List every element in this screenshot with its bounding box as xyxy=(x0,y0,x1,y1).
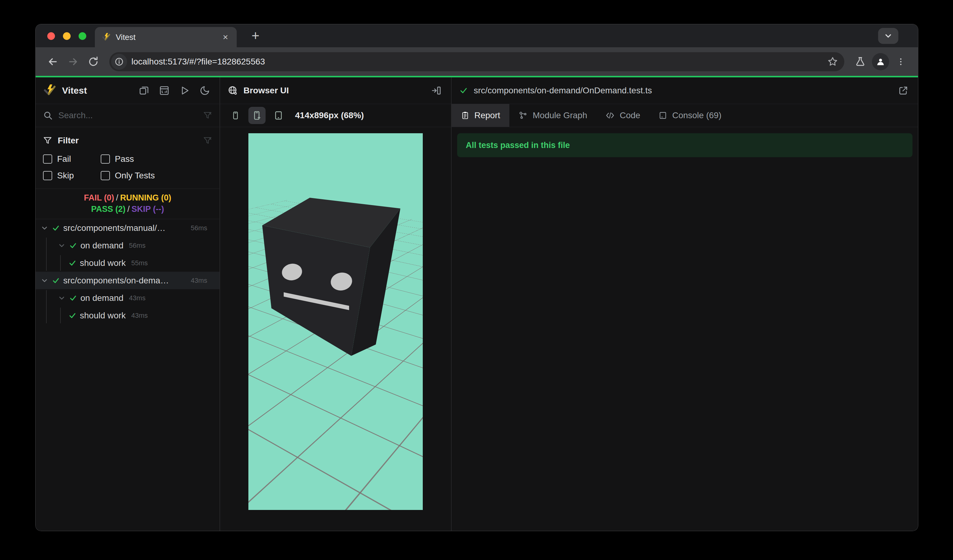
pass-check-icon xyxy=(68,311,77,320)
filter-checkbox-skip[interactable]: Skip xyxy=(43,171,101,180)
tab-code[interactable]: Code xyxy=(596,104,649,127)
chevron-down-icon[interactable] xyxy=(40,277,48,285)
test-viewport-iframe[interactable] xyxy=(248,133,423,510)
funnel-icon xyxy=(43,136,52,145)
chevron-down-icon[interactable] xyxy=(58,242,66,250)
tree-row-suite[interactable]: on demand 43ms xyxy=(36,289,219,307)
chevron-down-icon xyxy=(884,31,893,40)
vitest-favicon xyxy=(102,33,111,42)
indent-guide xyxy=(60,308,61,323)
run-all-icon[interactable] xyxy=(177,83,192,98)
new-tab-button[interactable]: + xyxy=(247,28,264,43)
chevron-down-icon[interactable] xyxy=(40,224,48,232)
pass-check-icon xyxy=(69,241,78,250)
forward-button[interactable] xyxy=(64,53,82,70)
filter-checkbox-fail[interactable]: Fail xyxy=(43,154,101,164)
reload-button[interactable] xyxy=(85,53,102,70)
tab-search-button[interactable] xyxy=(878,28,898,44)
device-phone-plus-button[interactable] xyxy=(248,107,265,124)
browser-ui-header: Browser UI xyxy=(220,78,451,104)
tab-report[interactable]: Report xyxy=(452,104,509,127)
report-header: src/components/on-demand/OnDemand.test.t… xyxy=(452,78,918,104)
code-icon xyxy=(605,111,615,120)
dark-mode-moon-icon[interactable] xyxy=(197,83,212,98)
search-bar[interactable]: Search... xyxy=(36,104,219,127)
panel-title: Browser UI xyxy=(244,86,289,96)
close-window-button[interactable] xyxy=(47,32,55,40)
all-tests-passed-banner: All tests passed in this file xyxy=(457,133,913,157)
viewport-size-label: 414x896px (68%) xyxy=(295,110,364,120)
expand-panel-icon[interactable] xyxy=(429,83,444,98)
tab-strip: Vitest × + xyxy=(36,24,918,47)
filter-panel: Filter Fail Pass xyxy=(36,127,219,189)
pass-check-icon xyxy=(459,86,468,95)
tree-row-file[interactable]: src/components/manual/… 56ms xyxy=(36,219,219,237)
back-button[interactable] xyxy=(44,53,61,70)
indent-guide xyxy=(46,237,47,271)
profile-avatar[interactable] xyxy=(872,53,889,70)
dock-panel-icon[interactable] xyxy=(137,83,151,98)
preview-area xyxy=(220,127,451,531)
module-graph-icon xyxy=(518,111,528,120)
device-tablet-button[interactable] xyxy=(270,107,287,124)
device-phone-small-button[interactable] xyxy=(227,107,244,124)
filter-title: Filter xyxy=(58,136,197,146)
indent-guide xyxy=(60,255,61,271)
tree-row-test[interactable]: should work 43ms xyxy=(36,307,219,324)
test-tree: src/components/manual/… 56ms on demand 5… xyxy=(36,219,219,531)
filter-checkbox-pass[interactable]: Pass xyxy=(101,154,212,164)
indent-guide xyxy=(46,290,47,323)
tab-close-icon[interactable]: × xyxy=(221,32,230,42)
pass-check-icon xyxy=(68,259,77,267)
open-external-icon[interactable] xyxy=(896,83,911,98)
clear-filter-icon[interactable] xyxy=(203,111,212,120)
globe-icon xyxy=(228,85,238,96)
bookmark-star-icon[interactable] xyxy=(824,53,841,70)
checkbox[interactable] xyxy=(101,154,110,164)
clear-filter-icon[interactable] xyxy=(203,136,212,145)
dashboard-icon[interactable] xyxy=(157,83,172,98)
experiments-flask-icon[interactable] xyxy=(852,53,869,70)
running-count: RUNNING (0) xyxy=(120,193,171,202)
url-bar[interactable]: localhost:5173/#/?file=1828625563 xyxy=(109,52,844,71)
robot-head-3d xyxy=(248,133,423,510)
tree-row-file-selected[interactable]: src/components/on-dema… 43ms xyxy=(36,272,219,289)
browser-tab[interactable]: Vitest × xyxy=(95,27,237,47)
checkbox[interactable] xyxy=(43,154,52,164)
desktop-background: Vitest × + xyxy=(0,0,953,560)
filter-checkbox-only-tests[interactable]: Only Tests xyxy=(101,171,212,180)
vitest-logo-icon xyxy=(43,84,56,97)
tab-title: Vitest xyxy=(116,33,216,42)
device-toolbar: 414x896px (68%) xyxy=(220,104,451,127)
app-title: Vitest xyxy=(62,85,87,96)
test-file-path: src/components/on-demand/OnDemand.test.t… xyxy=(474,86,652,96)
minimize-window-button[interactable] xyxy=(63,32,71,40)
url-text[interactable]: localhost:5173/#/?file=1828625563 xyxy=(131,57,820,67)
clipboard-icon xyxy=(461,111,469,120)
window-controls xyxy=(47,32,86,40)
test-summary: FAIL (0)/RUNNING (0) PASS (2)/SKIP (--) xyxy=(36,189,219,219)
fail-count: FAIL (0) xyxy=(84,193,114,202)
zoom-window-button[interactable] xyxy=(79,32,86,40)
pass-check-icon xyxy=(51,276,60,285)
tab-console[interactable]: Console (69) xyxy=(649,104,730,127)
menu-kebab-icon[interactable] xyxy=(892,53,910,70)
console-icon xyxy=(658,111,667,120)
pass-check-icon xyxy=(51,224,60,233)
report-content: All tests passed in this file xyxy=(452,127,918,163)
report-panel: src/components/on-demand/OnDemand.test.t… xyxy=(452,78,918,531)
vitest-ui: Vitest xyxy=(36,78,918,531)
site-info-icon[interactable] xyxy=(111,54,127,70)
checkbox[interactable] xyxy=(101,171,110,180)
chevron-down-icon[interactable] xyxy=(58,294,66,302)
search-icon xyxy=(43,110,53,120)
browser-ui-panel: Browser UI 414x896px xyxy=(220,78,452,531)
tree-row-suite[interactable]: on demand 56ms xyxy=(36,237,219,254)
tab-module-graph[interactable]: Module Graph xyxy=(509,104,596,127)
tree-row-test[interactable]: should work 55ms xyxy=(36,254,219,272)
search-input[interactable]: Search... xyxy=(58,110,197,120)
skip-count: SKIP (--) xyxy=(131,205,164,214)
checkbox[interactable] xyxy=(43,171,52,180)
browser-toolbar: localhost:5173/#/?file=1828625563 xyxy=(36,47,918,76)
report-tabs: Report Module Graph Code Console (69) xyxy=(452,104,918,127)
